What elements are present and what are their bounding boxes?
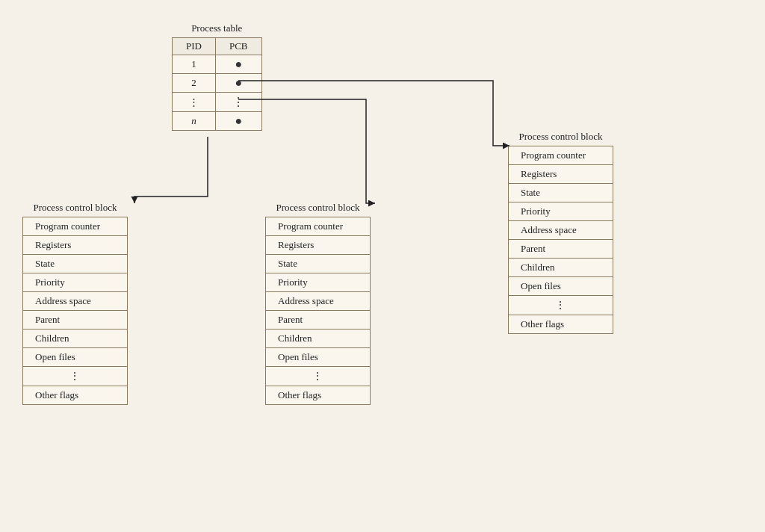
pcb-row: ⋮	[23, 367, 128, 386]
pcb-field: Other flags	[509, 315, 613, 334]
pcb-field: Priority	[266, 273, 371, 292]
pcb-field: Children	[266, 330, 371, 348]
pcb-dot-cell: ●	[215, 74, 261, 93]
pcb-field: Program counter	[509, 146, 613, 165]
pcb-field: Children	[509, 259, 613, 277]
process-table-wrapper: Process table PID PCB 1 ● 2 ● ⋮	[172, 22, 262, 131]
pcb-row: Address space	[23, 292, 128, 311]
table-row: 2 ●	[173, 74, 262, 93]
pid-cell: 1	[173, 55, 216, 74]
pcb-row: Registers	[266, 236, 371, 255]
pcb-title-2: Process control block	[265, 202, 371, 214]
pcb-field: Children	[23, 330, 128, 348]
pcb-table-1: Program counter Registers State Priority…	[22, 217, 128, 405]
col-pcb: PCB	[215, 38, 261, 55]
pcb-field: Other flags	[23, 386, 128, 405]
pcb-row: State	[23, 255, 128, 273]
pcb-row: Open files	[509, 277, 613, 296]
pcb-row: Address space	[509, 221, 613, 240]
pcb-field: Open files	[266, 348, 371, 367]
pcb-table-2: Program counter Registers State Priority…	[265, 217, 371, 405]
pcb-dot-cell: ●	[215, 55, 261, 74]
table-row: 1 ●	[173, 55, 262, 74]
pcb-row: Other flags	[509, 315, 613, 334]
pcb-field: Open files	[509, 277, 613, 296]
pcb-field: Priority	[23, 273, 128, 292]
pcb-block-3: Process control block Program counter Re…	[508, 131, 613, 334]
pcb-row: Children	[266, 330, 371, 348]
pcb-title-3: Process control block	[508, 131, 613, 143]
pcb-field: Other flags	[266, 386, 371, 405]
pcb-field: Registers	[23, 236, 128, 255]
pcb-row: State	[266, 255, 371, 273]
pcb-field: State	[266, 255, 371, 273]
pcb-row: Parent	[23, 311, 128, 330]
pcb-row: Registers	[509, 165, 613, 184]
col-pid: PID	[173, 38, 216, 55]
diagram-container: Process table PID PCB 1 ● 2 ● ⋮	[0, 0, 765, 532]
pcb-field: Parent	[266, 311, 371, 330]
pcb-row: Program counter	[509, 146, 613, 165]
pcb-row: Parent	[509, 240, 613, 259]
pcb-field: ⋮	[266, 367, 371, 386]
table-row: ⋮ ⋮	[173, 93, 262, 112]
pcb-row: ⋮	[266, 367, 371, 386]
pcb-field: State	[23, 255, 128, 273]
pcb-row: ⋮	[509, 296, 613, 315]
pcb-field: Address space	[23, 292, 128, 311]
pid-cell: n	[173, 112, 216, 131]
pcb-field: Parent	[23, 311, 128, 330]
pcb-field: Registers	[509, 165, 613, 184]
pcb-row: Open files	[266, 348, 371, 367]
pcb-row: Other flags	[23, 386, 128, 405]
pcb-field: State	[509, 184, 613, 202]
pcb-field: Address space	[509, 221, 613, 240]
pcb-row: Priority	[23, 273, 128, 292]
table-row: n ●	[173, 112, 262, 131]
pcb-row: Open files	[23, 348, 128, 367]
pcb-row: Program counter	[23, 217, 128, 236]
pcb-field: Registers	[266, 236, 371, 255]
pcb-field: Open files	[23, 348, 128, 367]
pcb-row: Priority	[266, 273, 371, 292]
pcb-field: Parent	[509, 240, 613, 259]
pcb-dot-cell: ⋮	[215, 93, 261, 112]
pcb-row: Other flags	[266, 386, 371, 405]
pid-cell: 2	[173, 74, 216, 93]
pid-cell: ⋮	[173, 93, 216, 112]
pcb-field: Address space	[266, 292, 371, 311]
pcb-row: Children	[509, 259, 613, 277]
pcb-field: Program counter	[23, 217, 128, 236]
pcb-title-1: Process control block	[22, 202, 128, 214]
pcb-row: Children	[23, 330, 128, 348]
process-table-title: Process table	[172, 22, 262, 34]
pcb-field: ⋮	[509, 296, 613, 315]
pcb-block-1: Process control block Program counter Re…	[22, 202, 128, 405]
pcb-table-3: Program counter Registers State Priority…	[508, 146, 613, 334]
pcb-row: Priority	[509, 202, 613, 221]
pcb-field: Priority	[509, 202, 613, 221]
pcb-field: Program counter	[266, 217, 371, 236]
pcb-row: Registers	[23, 236, 128, 255]
pcb-dot-cell: ●	[215, 112, 261, 131]
pcb-field: ⋮	[23, 367, 128, 386]
pcb-row: Parent	[266, 311, 371, 330]
pcb-row: Program counter	[266, 217, 371, 236]
pcb-block-2: Process control block Program counter Re…	[265, 202, 371, 405]
process-table: PID PCB 1 ● 2 ● ⋮ ⋮ n ●	[172, 37, 262, 131]
pcb-row: State	[509, 184, 613, 202]
pcb-row: Address space	[266, 292, 371, 311]
